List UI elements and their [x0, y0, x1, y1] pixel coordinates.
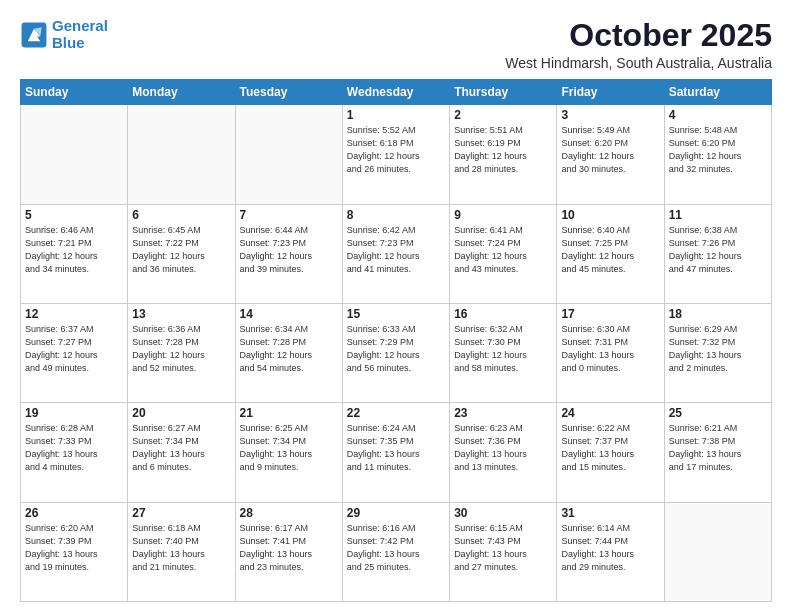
calendar-cell: 16Sunrise: 6:32 AM Sunset: 7:30 PM Dayli…: [450, 303, 557, 402]
calendar-cell: 29Sunrise: 6:16 AM Sunset: 7:42 PM Dayli…: [342, 502, 449, 601]
day-number: 14: [240, 307, 338, 321]
day-info: Sunrise: 6:42 AM Sunset: 7:23 PM Dayligh…: [347, 224, 445, 276]
calendar-header-monday: Monday: [128, 80, 235, 105]
day-number: 21: [240, 406, 338, 420]
calendar-cell: 7Sunrise: 6:44 AM Sunset: 7:23 PM Daylig…: [235, 204, 342, 303]
day-number: 23: [454, 406, 552, 420]
calendar-cell: 22Sunrise: 6:24 AM Sunset: 7:35 PM Dayli…: [342, 403, 449, 502]
calendar-cell: 8Sunrise: 6:42 AM Sunset: 7:23 PM Daylig…: [342, 204, 449, 303]
day-info: Sunrise: 6:28 AM Sunset: 7:33 PM Dayligh…: [25, 422, 123, 474]
day-info: Sunrise: 6:40 AM Sunset: 7:25 PM Dayligh…: [561, 224, 659, 276]
logo-blue: Blue: [52, 34, 85, 51]
location-title: West Hindmarsh, South Australia, Austral…: [505, 55, 772, 71]
calendar-cell: 6Sunrise: 6:45 AM Sunset: 7:22 PM Daylig…: [128, 204, 235, 303]
day-info: Sunrise: 6:15 AM Sunset: 7:43 PM Dayligh…: [454, 522, 552, 574]
calendar-cell: 2Sunrise: 5:51 AM Sunset: 6:19 PM Daylig…: [450, 105, 557, 204]
calendar-cell: 30Sunrise: 6:15 AM Sunset: 7:43 PM Dayli…: [450, 502, 557, 601]
day-info: Sunrise: 6:45 AM Sunset: 7:22 PM Dayligh…: [132, 224, 230, 276]
calendar-header-tuesday: Tuesday: [235, 80, 342, 105]
calendar-cell: [21, 105, 128, 204]
calendar-header-saturday: Saturday: [664, 80, 771, 105]
logo-general: General: [52, 17, 108, 34]
day-info: Sunrise: 5:51 AM Sunset: 6:19 PM Dayligh…: [454, 124, 552, 176]
day-number: 1: [347, 108, 445, 122]
day-number: 19: [25, 406, 123, 420]
day-number: 12: [25, 307, 123, 321]
day-number: 17: [561, 307, 659, 321]
day-number: 15: [347, 307, 445, 321]
calendar-week-row: 12Sunrise: 6:37 AM Sunset: 7:27 PM Dayli…: [21, 303, 772, 402]
day-number: 28: [240, 506, 338, 520]
calendar-cell: 19Sunrise: 6:28 AM Sunset: 7:33 PM Dayli…: [21, 403, 128, 502]
calendar-cell: 25Sunrise: 6:21 AM Sunset: 7:38 PM Dayli…: [664, 403, 771, 502]
day-number: 2: [454, 108, 552, 122]
calendar-header-row: SundayMondayTuesdayWednesdayThursdayFrid…: [21, 80, 772, 105]
calendar-cell: 11Sunrise: 6:38 AM Sunset: 7:26 PM Dayli…: [664, 204, 771, 303]
calendar-cell: 26Sunrise: 6:20 AM Sunset: 7:39 PM Dayli…: [21, 502, 128, 601]
day-info: Sunrise: 6:30 AM Sunset: 7:31 PM Dayligh…: [561, 323, 659, 375]
day-number: 5: [25, 208, 123, 222]
calendar-cell: 20Sunrise: 6:27 AM Sunset: 7:34 PM Dayli…: [128, 403, 235, 502]
day-number: 9: [454, 208, 552, 222]
day-number: 27: [132, 506, 230, 520]
logo: General Blue: [20, 18, 108, 51]
day-info: Sunrise: 6:46 AM Sunset: 7:21 PM Dayligh…: [25, 224, 123, 276]
calendar-cell: 14Sunrise: 6:34 AM Sunset: 7:28 PM Dayli…: [235, 303, 342, 402]
calendar-header-friday: Friday: [557, 80, 664, 105]
month-title: October 2025: [505, 18, 772, 53]
calendar-cell: 24Sunrise: 6:22 AM Sunset: 7:37 PM Dayli…: [557, 403, 664, 502]
calendar-cell: [128, 105, 235, 204]
day-number: 25: [669, 406, 767, 420]
calendar-cell: 31Sunrise: 6:14 AM Sunset: 7:44 PM Dayli…: [557, 502, 664, 601]
calendar-cell: 5Sunrise: 6:46 AM Sunset: 7:21 PM Daylig…: [21, 204, 128, 303]
calendar-cell: 10Sunrise: 6:40 AM Sunset: 7:25 PM Dayli…: [557, 204, 664, 303]
calendar-cell: 3Sunrise: 5:49 AM Sunset: 6:20 PM Daylig…: [557, 105, 664, 204]
day-info: Sunrise: 6:27 AM Sunset: 7:34 PM Dayligh…: [132, 422, 230, 474]
calendar-cell: 28Sunrise: 6:17 AM Sunset: 7:41 PM Dayli…: [235, 502, 342, 601]
title-block: October 2025 West Hindmarsh, South Austr…: [505, 18, 772, 71]
day-info: Sunrise: 6:29 AM Sunset: 7:32 PM Dayligh…: [669, 323, 767, 375]
day-info: Sunrise: 6:25 AM Sunset: 7:34 PM Dayligh…: [240, 422, 338, 474]
day-info: Sunrise: 5:52 AM Sunset: 6:18 PM Dayligh…: [347, 124, 445, 176]
day-info: Sunrise: 6:21 AM Sunset: 7:38 PM Dayligh…: [669, 422, 767, 474]
day-number: 11: [669, 208, 767, 222]
calendar-table: SundayMondayTuesdayWednesdayThursdayFrid…: [20, 79, 772, 602]
day-info: Sunrise: 6:34 AM Sunset: 7:28 PM Dayligh…: [240, 323, 338, 375]
day-info: Sunrise: 5:49 AM Sunset: 6:20 PM Dayligh…: [561, 124, 659, 176]
logo-icon: [20, 21, 48, 49]
calendar-cell: 23Sunrise: 6:23 AM Sunset: 7:36 PM Dayli…: [450, 403, 557, 502]
calendar-week-row: 26Sunrise: 6:20 AM Sunset: 7:39 PM Dayli…: [21, 502, 772, 601]
day-info: Sunrise: 6:17 AM Sunset: 7:41 PM Dayligh…: [240, 522, 338, 574]
day-info: Sunrise: 6:36 AM Sunset: 7:28 PM Dayligh…: [132, 323, 230, 375]
day-number: 18: [669, 307, 767, 321]
day-info: Sunrise: 6:38 AM Sunset: 7:26 PM Dayligh…: [669, 224, 767, 276]
day-info: Sunrise: 5:48 AM Sunset: 6:20 PM Dayligh…: [669, 124, 767, 176]
calendar-cell: 12Sunrise: 6:37 AM Sunset: 7:27 PM Dayli…: [21, 303, 128, 402]
day-info: Sunrise: 6:44 AM Sunset: 7:23 PM Dayligh…: [240, 224, 338, 276]
calendar-week-row: 19Sunrise: 6:28 AM Sunset: 7:33 PM Dayli…: [21, 403, 772, 502]
calendar-cell: 15Sunrise: 6:33 AM Sunset: 7:29 PM Dayli…: [342, 303, 449, 402]
day-number: 22: [347, 406, 445, 420]
page: General Blue October 2025 West Hindmarsh…: [0, 0, 792, 612]
day-number: 29: [347, 506, 445, 520]
calendar-week-row: 1Sunrise: 5:52 AM Sunset: 6:18 PM Daylig…: [21, 105, 772, 204]
calendar-header-wednesday: Wednesday: [342, 80, 449, 105]
day-info: Sunrise: 6:32 AM Sunset: 7:30 PM Dayligh…: [454, 323, 552, 375]
calendar-cell: 9Sunrise: 6:41 AM Sunset: 7:24 PM Daylig…: [450, 204, 557, 303]
day-number: 16: [454, 307, 552, 321]
calendar-cell: 27Sunrise: 6:18 AM Sunset: 7:40 PM Dayli…: [128, 502, 235, 601]
day-number: 4: [669, 108, 767, 122]
calendar-cell: [664, 502, 771, 601]
day-number: 26: [25, 506, 123, 520]
calendar-cell: 17Sunrise: 6:30 AM Sunset: 7:31 PM Dayli…: [557, 303, 664, 402]
calendar-header-sunday: Sunday: [21, 80, 128, 105]
day-info: Sunrise: 6:33 AM Sunset: 7:29 PM Dayligh…: [347, 323, 445, 375]
day-number: 7: [240, 208, 338, 222]
day-number: 30: [454, 506, 552, 520]
day-info: Sunrise: 6:24 AM Sunset: 7:35 PM Dayligh…: [347, 422, 445, 474]
day-number: 13: [132, 307, 230, 321]
day-info: Sunrise: 6:41 AM Sunset: 7:24 PM Dayligh…: [454, 224, 552, 276]
calendar-cell: 1Sunrise: 5:52 AM Sunset: 6:18 PM Daylig…: [342, 105, 449, 204]
calendar-week-row: 5Sunrise: 6:46 AM Sunset: 7:21 PM Daylig…: [21, 204, 772, 303]
day-info: Sunrise: 6:16 AM Sunset: 7:42 PM Dayligh…: [347, 522, 445, 574]
